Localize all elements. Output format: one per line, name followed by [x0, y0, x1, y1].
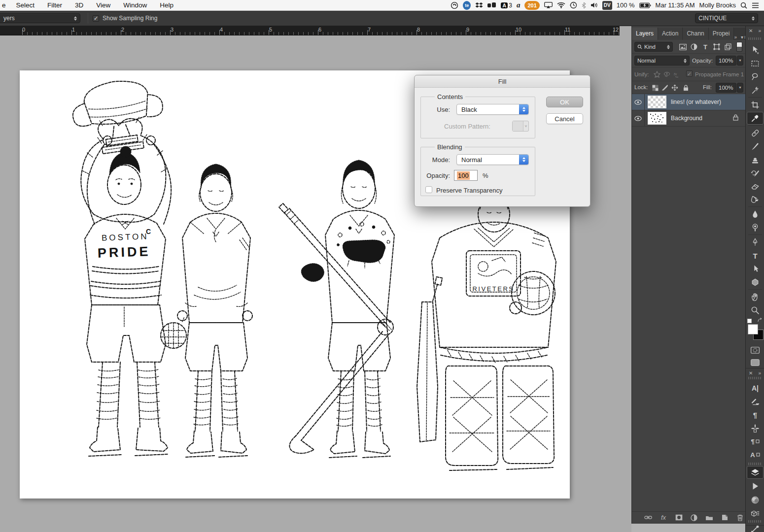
layer-style-icon[interactable]: fx	[658, 513, 669, 523]
menu-select[interactable]: Select	[10, 1, 41, 9]
libraries-panel-icon[interactable]	[747, 507, 764, 520]
panels-grip[interactable]	[748, 377, 762, 379]
new-group-icon[interactable]	[704, 513, 715, 523]
filter-pixel-layers-icon[interactable]	[677, 42, 688, 52]
menu-window[interactable]: Window	[117, 1, 153, 9]
notification-center-icon[interactable]	[752, 1, 759, 10]
collapse-icon[interactable]: »	[758, 370, 761, 376]
layer-row-background[interactable]: Background	[632, 110, 745, 127]
visibility-toggle[interactable]	[632, 110, 645, 126]
tab-properties[interactable]: Propei	[709, 28, 734, 40]
wifi-icon[interactable]	[557, 1, 565, 10]
tool-presets-panel-icon[interactable]	[747, 395, 764, 408]
blend-mode-dropdown[interactable]: Normal	[634, 56, 690, 66]
textexpander-icon[interactable]: te	[463, 1, 471, 10]
character-styles-panel-icon[interactable]: A	[747, 448, 764, 461]
opacity-value[interactable]: 100%	[716, 56, 736, 66]
tab-channels[interactable]: Chann	[683, 28, 708, 40]
brush-tool[interactable]	[747, 140, 764, 153]
workspace-switcher[interactable]: CINTIQUE	[695, 13, 758, 23]
menu-clock[interactable]: Mar 11:35 AM	[656, 1, 695, 9]
new-layer-icon[interactable]	[719, 513, 730, 523]
collapse-icon[interactable]: »	[758, 28, 761, 33]
menu-view[interactable]: View	[90, 1, 117, 9]
panel-collapse-icon[interactable]: »	[734, 34, 741, 40]
pen-tool[interactable]	[747, 236, 764, 249]
hand-tool[interactable]	[747, 291, 764, 303]
sync-icon[interactable]	[451, 1, 458, 10]
panels-dock-header[interactable]: ✕ »	[746, 368, 764, 376]
layer-thumbnail[interactable]	[648, 96, 666, 108]
screen-mode-button[interactable]	[747, 356, 764, 369]
eyedropper-tool[interactable]	[747, 112, 764, 125]
magic-wand-tool[interactable]	[747, 84, 764, 97]
history-brush-tool[interactable]	[747, 166, 764, 179]
bluetooth-icon[interactable]	[582, 1, 586, 10]
lock-all-icon[interactable]	[680, 83, 691, 93]
paragraph-panel-icon[interactable]: ¶	[747, 408, 764, 421]
unify-visibility-icon[interactable]	[661, 69, 672, 79]
volume-icon[interactable]	[590, 1, 598, 10]
adjustment-layer-icon[interactable]	[689, 513, 699, 523]
helper-app-icon[interactable]	[487, 1, 496, 10]
zoom-tool[interactable]	[747, 304, 764, 317]
dropbox-icon[interactable]	[475, 1, 483, 10]
add-mask-icon[interactable]	[673, 513, 684, 523]
quick-mask-button[interactable]	[747, 344, 764, 357]
fill-drop-arrow[interactable]: ▾	[737, 83, 743, 93]
battery-icon[interactable]	[639, 1, 651, 10]
sample-layers-dropdown[interactable]: yers	[0, 13, 80, 23]
visibility-toggle[interactable]	[632, 94, 645, 110]
propagate-checkbox[interactable]: ✓	[686, 70, 693, 77]
character-panel-icon[interactable]: A|	[747, 382, 764, 395]
user-name[interactable]: Molly Brooks	[699, 1, 736, 9]
mode-dropdown[interactable]: Normal	[456, 154, 529, 165]
tab-layers[interactable]: Layers	[632, 28, 658, 40]
eraser-tool[interactable]	[747, 180, 764, 193]
blur-tool[interactable]	[747, 208, 764, 221]
spotlight-icon[interactable]	[740, 1, 747, 10]
menu-3d[interactable]: 3D	[69, 1, 90, 9]
ruler-horizontal[interactable]: 0 1 2 3 4 5 6 7 8 9 10 11 12	[0, 26, 620, 35]
use-dropdown[interactable]: Black	[456, 104, 529, 115]
filter-shape-layers-icon[interactable]	[711, 42, 722, 52]
color-panel-icon[interactable]	[747, 494, 764, 506]
spot-healing-brush-tool[interactable]	[747, 127, 764, 139]
shape-tool[interactable]	[747, 276, 764, 289]
notification-badge[interactable]: 201	[524, 1, 539, 10]
filter-adjustment-layers-icon[interactable]	[689, 42, 699, 52]
lock-position-icon[interactable]	[669, 83, 680, 93]
filter-smart-objects-icon[interactable]	[723, 42, 733, 52]
layer-name[interactable]: lines! (or whatever)	[671, 99, 721, 105]
menu-filter[interactable]: Filter	[41, 1, 69, 9]
link-layers-icon[interactable]	[643, 513, 654, 523]
type-tool[interactable]: T	[747, 249, 764, 262]
swap-colors-icon[interactable]	[757, 318, 763, 324]
dodge-tool[interactable]	[747, 221, 764, 234]
ok-button[interactable]: OK	[546, 97, 583, 107]
cancel-button[interactable]: Cancel	[546, 113, 583, 124]
sampling-ring-option[interactable]: ✓ Show Sampling Ring	[93, 15, 157, 22]
layer-thumbnail[interactable]	[648, 112, 666, 125]
adobe-updates-icon[interactable]: A3	[501, 1, 512, 10]
close-icon[interactable]: ✕	[749, 370, 753, 376]
customize-toolbar-icon[interactable]	[747, 523, 764, 532]
clone-stamp-tool[interactable]	[747, 153, 764, 166]
path-selection-tool[interactable]	[747, 263, 764, 275]
fill-value[interactable]: 100%	[716, 83, 736, 93]
airplay-icon[interactable]	[544, 1, 553, 10]
filter-toggle[interactable]	[736, 42, 742, 52]
tools-grip[interactable]	[748, 37, 762, 40]
tab-actions[interactable]: Action	[658, 28, 683, 40]
tools-header[interactable]: ✕ »	[746, 28, 764, 33]
foreground-color[interactable]	[748, 324, 758, 334]
paragraph-styles-panel-icon[interactable]: ¶	[747, 435, 764, 448]
gradient-tool[interactable]	[747, 193, 764, 206]
filter-kind-dropdown[interactable]: Kind	[634, 42, 673, 52]
preserve-transparency-checkbox[interactable]	[425, 186, 432, 193]
lasso-tool[interactable]	[747, 70, 764, 83]
unify-position-icon[interactable]	[652, 69, 662, 79]
layer-row-lines[interactable]: lines! (or whatever)	[632, 94, 745, 110]
layers-panel-icon[interactable]	[747, 466, 764, 479]
opacity-drop-arrow[interactable]: ▾	[737, 56, 743, 66]
